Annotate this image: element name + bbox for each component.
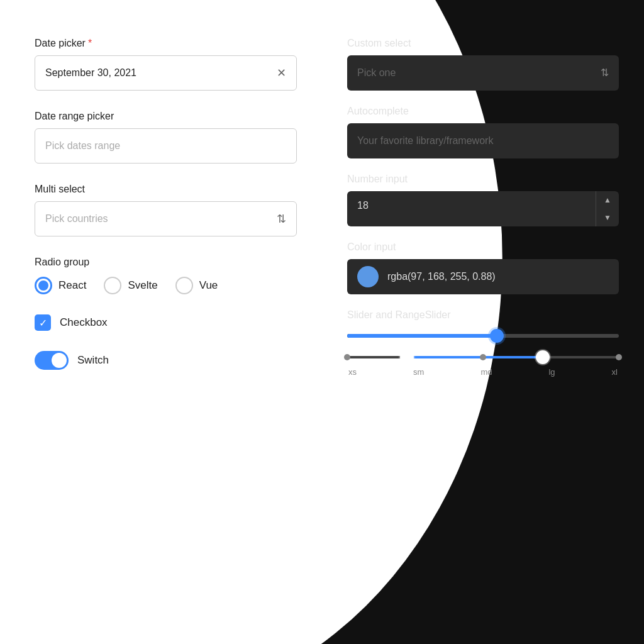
- color-input-value: rgba(97, 168, 255, 0.88): [387, 271, 496, 282]
- left-panel: Date picker * September 30, 2021 ✕ Date …: [0, 0, 322, 644]
- radio-circle-react: [35, 277, 52, 294]
- autocomplete-placeholder: Your favorite library/framework: [357, 135, 493, 147]
- color-swatch: [357, 266, 379, 287]
- checkbox-label: Checkbox: [60, 316, 108, 329]
- arrow-down-icon: ▼: [604, 213, 611, 222]
- number-input-value: 18: [357, 200, 369, 211]
- range-label-md: md: [480, 367, 492, 377]
- date-range-picker-input[interactable]: Pick dates range: [35, 128, 297, 164]
- check-icon: ✓: [39, 317, 47, 329]
- radio-group-field: Radio group React Svelte Vue: [35, 257, 297, 294]
- range-label-sm: sm: [413, 367, 424, 377]
- number-input-arrows: ▲ ▼: [596, 191, 619, 226]
- autocomplete-input[interactable]: Your favorite library/framework: [347, 123, 619, 158]
- multi-select-group: Multi select Pick countries ⇅: [35, 184, 297, 236]
- multi-select-placeholder: Pick countries: [45, 213, 108, 225]
- number-increment-button[interactable]: ▲: [596, 191, 619, 209]
- multi-select-label: Multi select: [35, 184, 297, 195]
- autocomplete-label: Autocomplete: [347, 106, 619, 117]
- slider-thumb[interactable]: [490, 329, 504, 343]
- radio-circle-vue: [175, 277, 193, 294]
- multi-select-chevron-icon: ⇅: [277, 212, 286, 226]
- slider-group: Slider and RangeSlider: [347, 309, 619, 377]
- radio-circle-svelte: [104, 277, 121, 294]
- date-range-picker-label: Date range picker: [35, 111, 297, 122]
- multi-select-input[interactable]: Pick countries ⇅: [35, 201, 297, 236]
- color-input-box[interactable]: rgba(97, 168, 255, 0.88): [347, 259, 619, 294]
- range-thumb-sm[interactable]: [400, 350, 414, 364]
- checkbox-item[interactable]: ✓ Checkbox: [35, 314, 297, 331]
- radio-item-vue[interactable]: Vue: [175, 277, 218, 294]
- range-dot-md: [480, 354, 486, 360]
- custom-select-label: Custom select: [347, 38, 619, 49]
- autocomplete-group: Autocomplete Your favorite library/frame…: [347, 106, 619, 158]
- custom-select-placeholder: Pick one: [357, 67, 396, 79]
- range-labels: xs sm md lg xl: [347, 367, 619, 377]
- date-range-picker-group: Date range picker Pick dates range: [35, 111, 297, 164]
- slider-track: [347, 334, 619, 338]
- range-label-xl: xl: [612, 367, 618, 377]
- color-input-label: Color input: [347, 242, 619, 253]
- switch-thumb: [52, 353, 67, 368]
- range-dot-xl: [616, 354, 622, 360]
- range-track: [347, 356, 619, 358]
- range-slider-wrapper: xs sm md lg xl: [347, 351, 619, 377]
- arrow-up-icon: ▲: [604, 196, 611, 204]
- radio-label-svelte: Svelte: [128, 279, 157, 292]
- number-input-wrapper: 18 ▲ ▼: [347, 191, 619, 226]
- number-decrement-button[interactable]: ▼: [596, 209, 619, 226]
- radio-item-react[interactable]: React: [35, 277, 86, 294]
- multi-select-label-text: Multi select: [35, 184, 85, 195]
- range-thumb-lg[interactable]: [536, 350, 550, 364]
- range-label-xs: xs: [348, 367, 357, 377]
- radio-item-svelte[interactable]: Svelte: [104, 277, 157, 294]
- switch-label: Switch: [77, 354, 109, 367]
- switch-track: [35, 351, 69, 370]
- date-picker-group: Date picker * September 30, 2021 ✕: [35, 38, 297, 91]
- date-range-label-text: Date range picker: [35, 111, 114, 122]
- date-range-placeholder: Pick dates range: [45, 140, 120, 152]
- custom-select-chevron-icon: ⇅: [601, 68, 609, 78]
- radio-label-vue: Vue: [199, 279, 218, 292]
- custom-select-input[interactable]: Pick one ⇅: [347, 55, 619, 91]
- switch-item[interactable]: Switch: [35, 351, 297, 370]
- custom-select-group: Custom select Pick one ⇅: [347, 38, 619, 91]
- number-input-label: Number input: [347, 174, 619, 185]
- radio-group-label-text: Radio group: [35, 257, 89, 268]
- range-label-lg: lg: [548, 367, 555, 377]
- number-input-field[interactable]: 18: [347, 191, 596, 226]
- clear-icon[interactable]: ✕: [277, 66, 286, 80]
- range-dot-xs: [344, 354, 350, 360]
- date-picker-value: September 30, 2021: [45, 67, 136, 79]
- right-panel: Custom select Pick one ⇅ Autocomplete Yo…: [322, 0, 644, 644]
- slider-fill: [347, 334, 497, 338]
- date-picker-input[interactable]: September 30, 2021 ✕: [35, 55, 297, 91]
- date-picker-label: Date picker *: [35, 38, 297, 49]
- range-slider-track-row[interactable]: [347, 351, 619, 364]
- radio-group-items: React Svelte Vue: [35, 277, 297, 294]
- date-picker-label-text: Date picker: [35, 38, 86, 49]
- range-fill: [407, 356, 543, 358]
- radio-label-react: React: [58, 279, 86, 292]
- number-input-group: Number input 18 ▲ ▼: [347, 174, 619, 226]
- slider-wrapper[interactable]: [347, 330, 619, 342]
- checkbox-box: ✓: [35, 314, 51, 331]
- slider-label: Slider and RangeSlider: [347, 309, 619, 321]
- required-indicator: *: [88, 38, 92, 49]
- radio-group-label: Radio group: [35, 257, 297, 268]
- color-input-group: Color input rgba(97, 168, 255, 0.88): [347, 242, 619, 294]
